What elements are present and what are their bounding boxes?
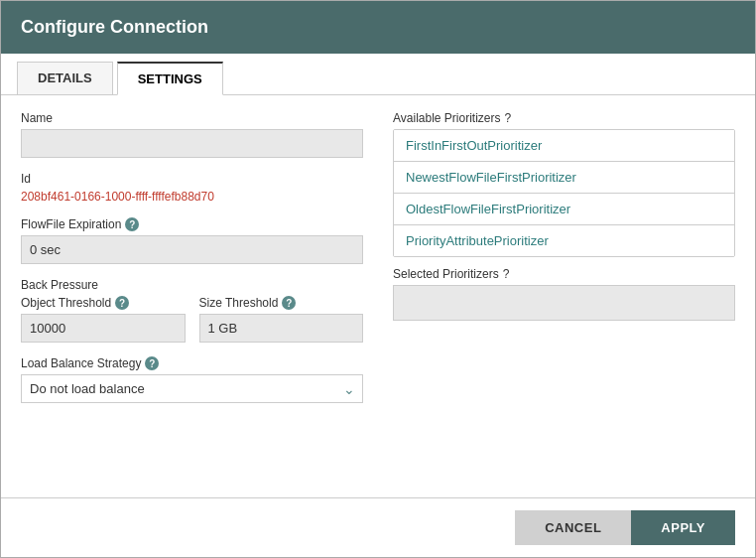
selected-prioritizers-label: Selected Prioritizers ? (393, 267, 735, 281)
load-balance-help-icon[interactable]: ? (145, 356, 159, 370)
flowfile-expiration-field-group: FlowFile Expiration ? (21, 217, 363, 264)
list-item[interactable]: PriorityAttributePrioritizer (394, 225, 734, 256)
tab-bar: DETAILS SETTINGS (1, 54, 755, 95)
flowfile-expiration-label: FlowFile Expiration ? (21, 217, 363, 231)
name-input[interactable] (21, 129, 363, 158)
id-field-group: Id 208bf461-0166-1000-ffff-ffffefb88d70 (21, 172, 363, 204)
name-field-group: Name (21, 111, 363, 158)
available-prioritizers-group: Available Prioritizers ? FirstInFirstOut… (393, 111, 735, 257)
size-threshold-input[interactable] (199, 314, 364, 343)
list-item[interactable]: FirstInFirstOutPrioritizer (394, 130, 734, 162)
tab-settings[interactable]: SETTINGS (117, 62, 223, 95)
back-pressure-field-group: Back Pressure Object Threshold ? Size Th… (21, 278, 363, 343)
size-threshold-help-icon[interactable]: ? (282, 296, 296, 310)
flowfile-expiration-help-icon[interactable]: ? (125, 217, 139, 231)
size-threshold-label: Size Threshold ? (199, 296, 364, 310)
id-label: Id (21, 172, 363, 186)
dialog-title: Configure Connection (21, 17, 208, 37)
selected-prioritizers-box (393, 285, 735, 321)
object-threshold-field-group: Object Threshold ? (21, 296, 186, 343)
size-threshold-field-group: Size Threshold ? (199, 296, 364, 343)
available-prioritizers-label: Available Prioritizers ? (393, 111, 735, 125)
dialog-body: Name Id 208bf461-0166-1000-ffff-ffffefb8… (1, 95, 755, 497)
tab-details[interactable]: DETAILS (17, 62, 113, 94)
right-panel: Available Prioritizers ? FirstInFirstOut… (393, 111, 735, 482)
back-pressure-label: Back Pressure (21, 278, 363, 292)
flowfile-expiration-input[interactable] (21, 235, 363, 264)
apply-button[interactable]: APPLY (631, 510, 735, 545)
object-threshold-label: Object Threshold ? (21, 296, 186, 310)
dialog-header: Configure Connection (1, 1, 755, 54)
id-value: 208bf461-0166-1000-ffff-ffffefb88d70 (21, 190, 363, 204)
left-panel: Name Id 208bf461-0166-1000-ffff-ffffefb8… (21, 111, 363, 482)
configure-connection-dialog: Configure Connection DETAILS SETTINGS Na… (0, 0, 756, 558)
list-item[interactable]: NewestFlowFileFirstPrioritizer (394, 162, 734, 194)
back-pressure-inputs: Object Threshold ? Size Threshold ? (21, 296, 363, 343)
dialog-footer: CANCEL APPLY (1, 497, 755, 557)
cancel-button[interactable]: CANCEL (515, 510, 631, 545)
list-item[interactable]: OldestFlowFileFirstPrioritizer (394, 194, 734, 225)
load-balance-label: Load Balance Strategy ? (21, 356, 363, 370)
selected-prioritizers-group: Selected Prioritizers ? (393, 267, 735, 321)
prioritizer-list: FirstInFirstOutPrioritizer NewestFlowFil… (393, 129, 735, 257)
available-prioritizers-help-icon[interactable]: ? (505, 111, 512, 125)
selected-prioritizers-help-icon[interactable]: ? (503, 267, 510, 281)
name-label: Name (21, 111, 363, 125)
load-balance-select-wrapper: Do not load balance Round Robin Single N… (21, 374, 363, 403)
load-balance-field-group: Load Balance Strategy ? Do not load bala… (21, 356, 363, 403)
object-threshold-help-icon[interactable]: ? (115, 296, 129, 310)
load-balance-select[interactable]: Do not load balance Round Robin Single N… (21, 374, 363, 403)
object-threshold-input[interactable] (21, 314, 186, 343)
